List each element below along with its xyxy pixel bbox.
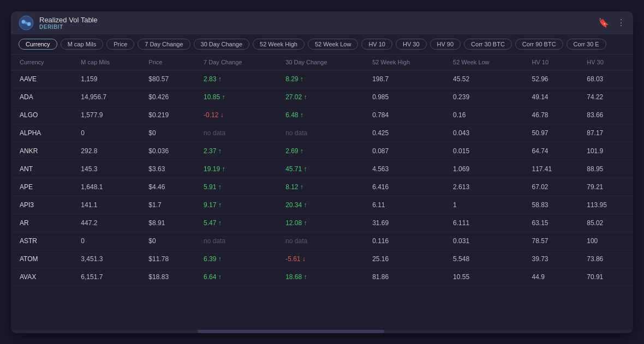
title-group: Realized Vol Table DERIBIT xyxy=(39,16,98,30)
cell-52wh: 0.784 xyxy=(363,106,444,124)
cell-7day: no data xyxy=(195,232,277,250)
cell-52wh: 4.563 xyxy=(363,160,444,178)
cell-hv30: 87.17 xyxy=(578,124,633,142)
cell-30day: 20.34 ↑ xyxy=(277,196,363,214)
filter-pill-hv-30[interactable]: HV 30 xyxy=(396,39,427,50)
cell-hv30: 113.95 xyxy=(578,196,633,214)
cell-7day: -0.12 ↓ xyxy=(195,106,277,124)
cell-30day: 18.68 ↑ xyxy=(277,268,363,286)
cell-currency: ATOM xyxy=(11,250,72,268)
cell-52wl: 5.548 xyxy=(444,250,523,268)
filter-pill-m-cap-mils[interactable]: M cap Mils xyxy=(61,39,104,50)
svg-point-2 xyxy=(27,22,31,26)
cell-30day: 2.69 ↑ xyxy=(277,142,363,160)
cell-30day: -5.61 ↓ xyxy=(277,250,363,268)
cell-price: $11.78 xyxy=(140,250,195,268)
cell-hv30: 74.22 xyxy=(578,88,633,106)
cell-price: $4.46 xyxy=(140,178,195,196)
cell-7day: no data xyxy=(195,124,277,142)
cell-price: $0.219 xyxy=(140,106,195,124)
cell-52wl: 0.239 xyxy=(444,88,523,106)
col-hv10: HV 10 xyxy=(523,55,578,70)
cell-hv30: 73.86 xyxy=(578,250,633,268)
table-row[interactable]: ADA14,956.7$0.42610.85 ↑27.02 ↑0.9850.23… xyxy=(11,88,633,106)
cell-currency: AR xyxy=(11,214,72,232)
filter-pill-hv-90[interactable]: HV 90 xyxy=(430,39,461,50)
more-icon[interactable]: ⋮ xyxy=(617,17,625,28)
cell-52wh: 6.416 xyxy=(363,178,444,196)
bookmark-icon[interactable]: 🔖 xyxy=(598,17,609,28)
cell-mcap: 292.8 xyxy=(72,142,140,160)
table-row[interactable]: AR447.2$8.915.47 ↑12.08 ↑31.696.11163.15… xyxy=(11,214,633,232)
cell-7day: 2.37 ↑ xyxy=(195,142,277,160)
filter-pill-price[interactable]: Price xyxy=(106,39,134,50)
col-7day: 7 Day Change xyxy=(195,55,277,70)
cell-52wl: 0.031 xyxy=(444,232,523,250)
filter-pill-corr-30-btc[interactable]: Corr 30 BTC xyxy=(464,39,512,50)
cell-mcap: 141.1 xyxy=(72,196,140,214)
col-30day: 30 Day Change xyxy=(277,55,363,70)
cell-hv30: 68.03 xyxy=(578,70,633,88)
table-row[interactable]: ATOM3,451.3$11.786.39 ↑-5.61 ↓25.165.548… xyxy=(11,250,633,268)
col-52wl: 52 Week Low xyxy=(444,55,523,70)
table-row[interactable]: APE1,648.1$4.465.91 ↑8.12 ↑6.4162.61367.… xyxy=(11,178,633,196)
cell-30day: 45.71 ↑ xyxy=(277,160,363,178)
cell-price: $0.036 xyxy=(140,142,195,160)
cell-mcap: 145.3 xyxy=(72,160,140,178)
col-currency: Currency xyxy=(11,55,72,70)
scrollbar-thumb xyxy=(198,330,384,333)
table-row[interactable]: ANKR292.8$0.0362.37 ↑2.69 ↑0.0870.01564.… xyxy=(11,142,633,160)
cell-hv30: 70.91 xyxy=(578,268,633,286)
cell-30day: no data xyxy=(277,232,363,250)
cell-7day: 9.17 ↑ xyxy=(195,196,277,214)
cell-52wh: 0.087 xyxy=(363,142,444,160)
cell-hv30: 85.02 xyxy=(578,214,633,232)
cell-price: $80.57 xyxy=(140,70,195,88)
table-row[interactable]: ASTR0$0no datano data0.1160.03178.57100 xyxy=(11,232,633,250)
cell-7day: 5.47 ↑ xyxy=(195,214,277,232)
table-row[interactable]: AAVE1,159$80.572.83 ↑8.29 ↑198.745.5252.… xyxy=(11,70,633,88)
horizontal-scrollbar[interactable] xyxy=(11,330,633,333)
cell-mcap: 0 xyxy=(72,124,140,142)
cell-hv30: 101.9 xyxy=(578,142,633,160)
filter-pill-corr-90-btc[interactable]: Corr 90 BTC xyxy=(515,39,563,50)
window-subtitle: DERIBIT xyxy=(39,24,98,30)
filter-pill-52-week-high[interactable]: 52 Week High xyxy=(253,39,305,50)
deribit-logo xyxy=(19,15,34,31)
svg-point-3 xyxy=(25,21,28,24)
filter-pill-7-day-change[interactable]: 7 Day Change xyxy=(138,39,190,50)
table-row[interactable]: API3141.1$1.79.17 ↑20.34 ↑6.11158.83113.… xyxy=(11,196,633,214)
cell-52wl: 0.043 xyxy=(444,124,523,142)
filter-pill-30-day-change[interactable]: 30 Day Change xyxy=(194,39,249,50)
table-row[interactable]: ANT145.3$3.6319.19 ↑45.71 ↑4.5631.069117… xyxy=(11,160,633,178)
cell-mcap: 6,151.7 xyxy=(72,268,140,286)
filter-pill-corr-30-e[interactable]: Corr 30 E xyxy=(567,39,606,50)
cell-hv10: 58.83 xyxy=(523,196,578,214)
cell-hv10: 63.15 xyxy=(523,214,578,232)
table-row[interactable]: AVAX6,151.7$18.836.64 ↑18.68 ↑81.8610.55… xyxy=(11,268,633,286)
table-row[interactable]: ALGO1,577.9$0.219-0.12 ↓6.48 ↑0.7840.164… xyxy=(11,106,633,124)
table-container[interactable]: Currency M cap Mils Price 7 Day Change 3… xyxy=(11,55,633,330)
cell-52wh: 6.11 xyxy=(363,196,444,214)
cell-hv10: 39.73 xyxy=(523,250,578,268)
col-52wh: 52 Week High xyxy=(363,55,444,70)
cell-52wh: 25.16 xyxy=(363,250,444,268)
filter-pill-hv-10[interactable]: HV 10 xyxy=(361,39,392,50)
filter-pill-currency[interactable]: Currency xyxy=(19,39,57,50)
cell-hv10: 44.9 xyxy=(523,268,578,286)
filter-pill-52-week-low[interactable]: 52 Week Low xyxy=(308,39,358,50)
cell-mcap: 1,648.1 xyxy=(72,178,140,196)
cell-price: $1.7 xyxy=(140,196,195,214)
cell-30day: 8.12 ↑ xyxy=(277,178,363,196)
cell-7day: 5.91 ↑ xyxy=(195,178,277,196)
col-mcap: M cap Mils xyxy=(72,55,140,70)
table-row[interactable]: ALPHA0$0no datano data0.4250.04350.9787.… xyxy=(11,124,633,142)
cell-hv10: 67.02 xyxy=(523,178,578,196)
cell-currency: ANKR xyxy=(11,142,72,160)
cell-52wh: 0.425 xyxy=(363,124,444,142)
cell-30day: 8.29 ↑ xyxy=(277,70,363,88)
cell-52wl: 1 xyxy=(444,196,523,214)
cell-price: $3.63 xyxy=(140,160,195,178)
cell-hv10: 78.57 xyxy=(523,232,578,250)
col-price: Price xyxy=(140,55,195,70)
